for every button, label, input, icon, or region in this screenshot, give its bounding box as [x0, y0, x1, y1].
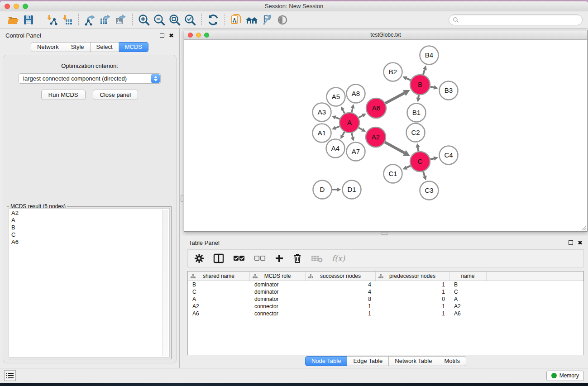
cell-shared-name[interactable]: A2 — [188, 303, 250, 310]
node-B2[interactable]: B2 — [384, 63, 402, 81]
cell-name[interactable]: B — [449, 281, 487, 288]
cell-predecessor-nodes[interactable]: 1 — [376, 310, 449, 317]
delete-column-icon[interactable] — [293, 253, 302, 263]
edge-A-A4[interactable] — [343, 132, 344, 135]
tab-mcds[interactable]: MCDS — [119, 42, 148, 52]
edge-A2-C[interactable] — [385, 142, 404, 153]
node-A8[interactable]: A8 — [347, 85, 365, 103]
edge-B-B2[interactable] — [406, 78, 411, 80]
tab-select[interactable]: Select — [91, 42, 119, 52]
select-all-columns-icon[interactable] — [233, 255, 245, 262]
open-session-icon[interactable] — [5, 13, 21, 27]
tab-network[interactable]: Network — [31, 42, 65, 52]
edge-A-A7[interactable] — [352, 133, 353, 137]
cell-name[interactable]: C — [449, 288, 487, 295]
function-builder-icon[interactable]: f(x) — [332, 254, 345, 263]
network-canvas[interactable]: B4B2BB3A8A5A6A3B1AA1C2A2A4A7C4CC1C3DD1 — [184, 40, 587, 231]
table-settings-gear-icon[interactable] — [194, 253, 204, 263]
cell-predecessor-nodes[interactable]: 1 — [376, 281, 449, 288]
edge-C-C1[interactable] — [406, 166, 411, 167]
float-panel-icon[interactable] — [160, 33, 164, 38]
edge-A-A6[interactable] — [359, 115, 363, 118]
node-B3[interactable]: B3 — [440, 81, 458, 100]
column-header-shared-name[interactable]: shared name — [188, 272, 250, 281]
edge-B-B4[interactable] — [423, 70, 425, 75]
tab-style[interactable]: Style — [65, 42, 91, 52]
edge-A-A5[interactable] — [343, 110, 344, 114]
cell-mcds-role[interactable]: dominator — [250, 295, 306, 303]
column-header-predecessor-nodes[interactable]: predecessor nodes — [376, 272, 449, 281]
edge-C-C4[interactable] — [430, 158, 434, 159]
close-panel-icon[interactable]: ✖ — [169, 33, 174, 38]
edge-A-A1[interactable] — [335, 126, 339, 128]
resize-grip-icon[interactable] — [581, 225, 587, 231]
node-B[interactable]: B — [410, 75, 430, 95]
float-table-panel-icon[interactable] — [569, 240, 573, 245]
node-C1[interactable]: C1 — [384, 165, 402, 183]
cell-successor-nodes[interactable]: 1 — [306, 303, 376, 310]
node-A6[interactable]: A6 — [366, 98, 386, 118]
split-handle-horizontal[interactable] — [381, 232, 388, 235]
cell-predecessor-nodes[interactable]: 0 — [376, 295, 449, 303]
result-item[interactable]: A2 — [11, 210, 169, 217]
cell-name[interactable]: A — [449, 295, 487, 303]
apply-layout-icon[interactable] — [206, 13, 221, 27]
cell-mcds-role[interactable]: connector — [250, 310, 306, 317]
save-session-icon[interactable] — [21, 13, 36, 27]
node-A[interactable]: A — [339, 113, 359, 133]
edge-C-C3[interactable] — [423, 172, 425, 176]
import-table-icon[interactable] — [59, 13, 75, 27]
table-row[interactable]: Adominator80A — [188, 295, 583, 303]
cell-successor-nodes[interactable]: 8 — [306, 295, 376, 303]
result-item[interactable]: A — [11, 217, 169, 224]
run-mcds-button[interactable]: Run MCDS — [41, 90, 86, 100]
cell-predecessor-nodes[interactable]: 1 — [376, 288, 449, 295]
export-network-icon[interactable] — [82, 13, 98, 27]
import-network-icon[interactable] — [44, 13, 59, 27]
create-column-icon[interactable] — [275, 254, 284, 263]
network-window-titlebar[interactable]: testGlobe.txt — [184, 30, 587, 40]
node-A4[interactable]: A4 — [326, 139, 345, 158]
result-item[interactable]: A6 — [11, 238, 169, 246]
result-scrollbar[interactable] — [162, 210, 168, 356]
first-neighbors-icon[interactable] — [244, 13, 259, 27]
close-panel-button[interactable]: Close panel — [93, 90, 139, 100]
hide-selected-icon[interactable] — [259, 13, 275, 27]
cell-mcds-role[interactable]: dominator — [250, 281, 306, 288]
edge-B-B1[interactable] — [418, 95, 419, 98]
cell-shared-name[interactable]: C — [188, 288, 250, 295]
cell-shared-name[interactable]: B — [188, 281, 250, 288]
zoom-fit-icon[interactable] — [167, 13, 182, 27]
cell-successor-nodes[interactable]: 1 — [306, 310, 376, 317]
show-graphics-details-icon[interactable] — [275, 13, 290, 27]
new-network-from-selection-icon[interactable] — [229, 13, 244, 27]
search-field[interactable] — [449, 14, 583, 25]
cell-shared-name[interactable]: A6 — [188, 310, 250, 317]
result-item[interactable]: C — [11, 231, 169, 238]
search-input[interactable] — [459, 17, 578, 23]
table-row[interactable]: Bdominator41B — [188, 281, 583, 288]
memory-button[interactable]: Memory — [546, 371, 584, 381]
edge-A-A2[interactable] — [359, 128, 362, 129]
node-C4[interactable]: C4 — [440, 146, 458, 165]
table-tab-edge-table[interactable]: Edge Table — [347, 356, 389, 366]
node-A7[interactable]: A7 — [347, 143, 365, 161]
deselect-all-columns-icon[interactable] — [254, 255, 266, 262]
table-row[interactable]: A6connector11A6 — [188, 310, 583, 317]
node-A3[interactable]: A3 — [313, 103, 331, 122]
table-tab-network-table[interactable]: Network Table — [389, 356, 438, 366]
delete-table-icon[interactable] — [311, 254, 323, 262]
zoom-selected-icon[interactable] — [182, 13, 198, 27]
node-A2[interactable]: A2 — [366, 127, 386, 147]
table-row[interactable]: A2connector11A2 — [188, 303, 583, 310]
cell-predecessor-nodes[interactable]: 1 — [376, 303, 449, 310]
cell-successor-nodes[interactable]: 4 — [306, 281, 376, 288]
split-handle-vertical[interactable] — [181, 195, 183, 202]
task-history-button[interactable] — [4, 370, 16, 381]
optimization-criterion-select[interactable]: largest connected component (directed) — [19, 73, 161, 84]
export-image-icon[interactable] — [113, 13, 129, 27]
result-item[interactable]: B — [11, 224, 169, 231]
node-D[interactable]: D — [313, 181, 332, 199]
cell-name[interactable]: A2 — [449, 303, 487, 310]
table-tab-node-table[interactable]: Node Table — [305, 356, 348, 366]
